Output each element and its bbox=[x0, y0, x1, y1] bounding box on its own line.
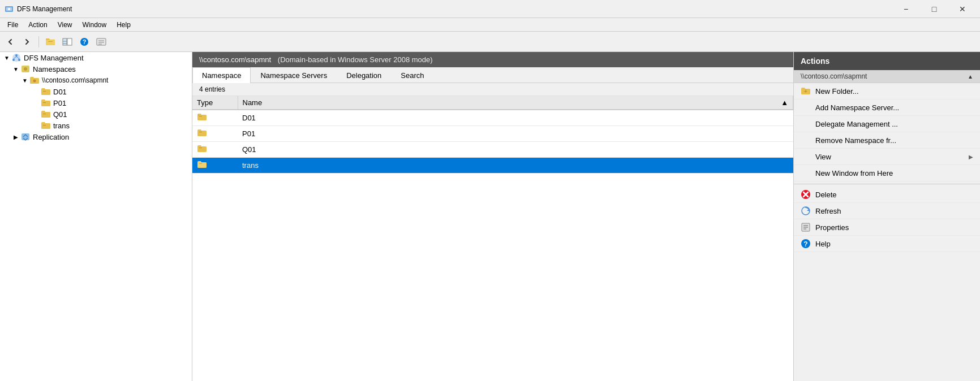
replication-icon bbox=[20, 132, 31, 141]
svg-rect-4 bbox=[63, 38, 67, 45]
folder-icon-trans bbox=[197, 160, 207, 169]
tab-search[interactable]: Search bbox=[391, 67, 433, 83]
toggle-namespaces[interactable]: ▼ bbox=[11, 64, 20, 73]
maximize-button[interactable]: □ bbox=[921, 1, 947, 17]
app-icon bbox=[5, 5, 14, 14]
tree-item-d01[interactable]: ▶ D01 bbox=[0, 86, 192, 97]
toggle-contoso[interactable]: ▼ bbox=[20, 76, 29, 85]
section-chevron-icon: ▲ bbox=[968, 73, 973, 80]
folder-q01-icon bbox=[41, 110, 51, 119]
view-arrow-icon: ▶ bbox=[969, 154, 973, 160]
action-new-window[interactable]: New Window from Here bbox=[794, 165, 980, 181]
col-type-label: Type bbox=[197, 98, 213, 107]
action-new-folder[interactable]: + New Folder... bbox=[794, 83, 980, 99]
row-name-d01: D01 bbox=[238, 110, 793, 126]
window-controls: − □ ✕ bbox=[893, 1, 975, 17]
toolbar: ? bbox=[0, 32, 980, 52]
tree-item-dfs-management[interactable]: ▼ DFS Management bbox=[0, 52, 192, 63]
add-ns-server-label: Add Namespace Server... bbox=[815, 103, 973, 112]
main-layout: ▼ DFS Management ▼ Namespaces ▼ bbox=[0, 52, 980, 381]
view-icon bbox=[801, 151, 811, 162]
tree-item-contoso-sapmnt[interactable]: ▼ \\contoso.com\sapmnt bbox=[0, 75, 192, 86]
back-button[interactable] bbox=[2, 34, 18, 50]
toolbar-sep-1 bbox=[38, 36, 39, 47]
tree-item-namespaces[interactable]: ▼ Namespaces bbox=[0, 63, 192, 75]
view-label: View bbox=[815, 153, 964, 161]
folder-button[interactable] bbox=[42, 34, 58, 50]
window-title: DFS Management bbox=[17, 5, 893, 13]
header-mode: (Domain-based in Windows Server 2008 mod… bbox=[278, 55, 433, 64]
action-view[interactable]: View ▶ bbox=[794, 149, 980, 165]
row-type-q01 bbox=[192, 142, 238, 158]
showhide-button[interactable] bbox=[59, 34, 75, 50]
svg-rect-3 bbox=[48, 41, 53, 42]
menu-action[interactable]: Action bbox=[23, 19, 52, 31]
action-properties[interactable]: Properties bbox=[794, 219, 980, 236]
close-button[interactable]: ✕ bbox=[949, 1, 975, 17]
delegate-label: Delegate Management ... bbox=[815, 120, 973, 128]
action-delete[interactable]: Delete bbox=[794, 187, 980, 203]
tree-label-trans: trans bbox=[53, 122, 70, 130]
col-type[interactable]: Type bbox=[192, 96, 238, 110]
content-header: \\contoso.com\sapmnt (Domain-based in Wi… bbox=[192, 52, 793, 67]
action-remove-ns[interactable]: Remove Namespace fr... bbox=[794, 132, 980, 149]
forward-button[interactable] bbox=[19, 34, 35, 50]
row-name-trans: trans bbox=[238, 158, 793, 174]
center-panel: \\contoso.com\sapmnt (Domain-based in Wi… bbox=[192, 52, 793, 381]
table-row[interactable]: P01 bbox=[192, 126, 793, 142]
menu-view[interactable]: View bbox=[53, 19, 78, 31]
remove-ns-label: Remove Namespace fr... bbox=[815, 136, 973, 145]
table-header-row: Type Name ▲ bbox=[192, 96, 793, 110]
menu-window[interactable]: Window bbox=[78, 19, 112, 31]
help-button[interactable]: ? bbox=[76, 34, 92, 50]
header-path: \\contoso.com\sapmnt bbox=[199, 55, 271, 64]
action-add-ns-server[interactable]: Add Namespace Server... bbox=[794, 99, 980, 116]
table-row[interactable]: D01 bbox=[192, 110, 793, 126]
tab-namespace-servers[interactable]: Namespace Servers bbox=[251, 67, 337, 83]
tree-label-contoso: \\contoso.com\sapmnt bbox=[42, 76, 108, 84]
action-help[interactable]: ? Help bbox=[794, 236, 980, 252]
dfs-icon bbox=[11, 53, 22, 62]
menu-file[interactable]: File bbox=[2, 19, 23, 31]
toggle-dfs[interactable]: ▼ bbox=[2, 53, 11, 62]
tree-item-q01[interactable]: ▶ Q01 bbox=[0, 109, 192, 120]
actions-section-title[interactable]: \\contoso.com\sapmnt ▲ bbox=[794, 70, 980, 83]
title-bar: DFS Management − □ ✕ bbox=[0, 0, 980, 18]
minimize-button[interactable]: − bbox=[893, 1, 919, 17]
tab-delegation[interactable]: Delegation bbox=[337, 67, 391, 83]
tab-namespace[interactable]: Namespace bbox=[192, 67, 251, 83]
tree-item-p01[interactable]: ▶ P01 bbox=[0, 97, 192, 109]
namespace-icon bbox=[29, 76, 40, 85]
svg-point-15 bbox=[15, 54, 18, 57]
action-refresh[interactable]: Refresh bbox=[794, 203, 980, 219]
properties-toolbar-button[interactable] bbox=[93, 34, 109, 50]
actions-header: Actions bbox=[794, 52, 980, 70]
tree-item-replication[interactable]: ▶ Replication bbox=[0, 131, 192, 142]
delete-icon bbox=[801, 189, 811, 200]
table-row[interactable]: Q01 bbox=[192, 142, 793, 158]
tree-label-q01: Q01 bbox=[53, 110, 67, 119]
folder-trans-icon bbox=[41, 121, 51, 130]
tree-item-trans[interactable]: ▶ trans bbox=[0, 120, 192, 131]
actions-section-label: \\contoso.com\sapmnt bbox=[801, 72, 867, 80]
tabs-bar: Namespace Namespace Servers Delegation S… bbox=[192, 67, 793, 83]
table-row[interactable]: trans bbox=[192, 158, 793, 174]
svg-rect-22 bbox=[43, 91, 46, 92]
col-name[interactable]: Name ▲ bbox=[238, 96, 793, 110]
menu-help[interactable]: Help bbox=[111, 19, 136, 31]
svg-rect-25 bbox=[43, 125, 46, 125]
tree-label-dfs: DFS Management bbox=[24, 54, 84, 62]
new-folder-icon: + bbox=[801, 86, 811, 96]
svg-rect-27 bbox=[198, 115, 199, 115]
new-window-label: New Window from Here bbox=[815, 169, 973, 177]
toggle-replication[interactable]: ▶ bbox=[11, 132, 20, 141]
action-divider-1 bbox=[794, 184, 980, 184]
svg-rect-28 bbox=[199, 132, 202, 132]
action-delegate-mgmt[interactable]: Delegate Management ... bbox=[794, 116, 980, 132]
tree-label-p01: P01 bbox=[53, 99, 66, 107]
entries-bar: 4 entries bbox=[192, 83, 793, 96]
content-table: Type Name ▲ bbox=[192, 96, 793, 381]
new-folder-label: New Folder... bbox=[815, 87, 973, 96]
col-name-label: Name bbox=[243, 98, 263, 107]
delegate-icon bbox=[801, 119, 811, 129]
